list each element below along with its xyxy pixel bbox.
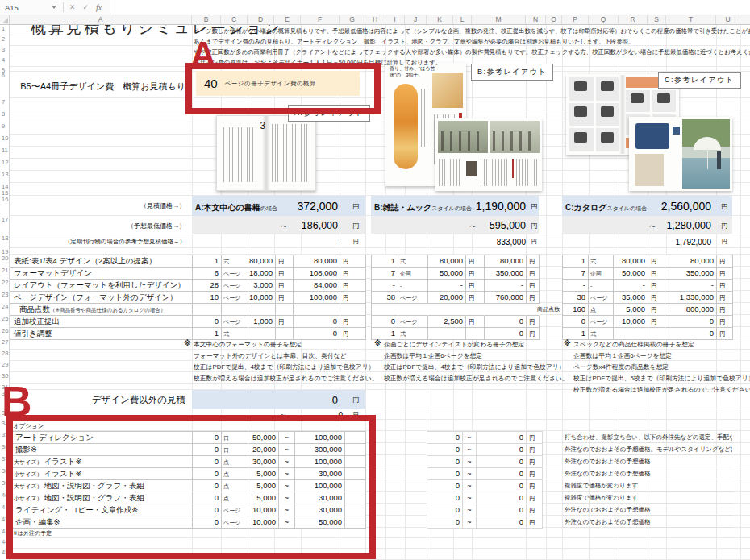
quantity-cell[interactable]: 1 <box>372 255 398 268</box>
quantity-cell[interactable]: 1 <box>372 328 398 340</box>
column-header[interactable]: G <box>340 15 365 24</box>
periodical-band-c[interactable]: 1,792,000 円 <box>562 234 732 248</box>
column-header[interactable]: N <box>526 15 546 24</box>
food-photo <box>394 84 418 169</box>
quantity-cell[interactable]: 38 <box>372 292 398 304</box>
total-band-c[interactable]: C:カタログスタイルの場合 2,560,000 円 <box>562 196 732 216</box>
quantity-cell[interactable]: 6 <box>193 268 222 280</box>
quantity-cell[interactable]: 1 <box>193 255 222 268</box>
column-header[interactable]: J <box>405 15 427 24</box>
row-number[interactable]: 12 <box>0 159 10 171</box>
column-header[interactable]: C <box>221 15 248 24</box>
quantity-cell[interactable]: 1 <box>193 328 222 340</box>
column-header[interactable]: A <box>10 15 192 24</box>
column-header[interactable]: Q <box>589 15 619 24</box>
column-header[interactable]: K <box>427 15 453 24</box>
unit-price-cell: 50,000 <box>614 268 648 280</box>
quantity-cell[interactable]: 1 <box>563 328 589 340</box>
quantity-cell[interactable] <box>193 304 222 316</box>
row-number[interactable]: 9 <box>0 122 10 135</box>
row-number[interactable]: 21 <box>0 267 10 279</box>
function-icon[interactable]: fx <box>96 3 102 12</box>
periodical-band-b[interactable]: 833,000 円 <box>371 234 539 248</box>
row-number[interactable]: 11 <box>0 147 10 159</box>
row-number[interactable]: 13 <box>0 171 10 183</box>
min-band-c[interactable]: ～ 1,280,000 円 <box>562 216 732 234</box>
row-number[interactable]: 10 <box>0 135 10 147</box>
row-number[interactable]: 26 <box>0 327 10 338</box>
quantity-cell[interactable]: 0 <box>563 316 589 328</box>
quantity-cell[interactable]: 10 <box>193 292 222 304</box>
item-label: レイアウト（フォーマットを利用したデザイン） <box>10 280 193 292</box>
periodical-band-a[interactable]: - 円 <box>192 234 365 248</box>
row-number[interactable]: 15 <box>0 189 10 196</box>
quantity-cell[interactable]: 0 <box>372 316 398 328</box>
quantity-cell[interactable] <box>372 304 398 316</box>
fashion-catalog-image <box>629 117 732 191</box>
cancel-icon[interactable]: ✕ <box>69 3 76 11</box>
row-number[interactable]: 23 <box>0 291 10 303</box>
select-all-corner[interactable] <box>0 15 10 24</box>
quantity-cell[interactable]: 7 <box>563 268 589 280</box>
column-header[interactable]: T <box>666 15 716 24</box>
formula-input[interactable] <box>110 0 750 15</box>
min-band-a[interactable]: ～ 186,000 円 <box>192 216 365 234</box>
column-header[interactable]: F <box>301 15 340 24</box>
row-number[interactable]: 4 <box>0 56 10 67</box>
quantity-cell[interactable]: 1 <box>563 255 589 268</box>
row-number[interactable]: 7 <box>0 98 10 110</box>
umbrella-pole <box>707 148 708 169</box>
row-number[interactable]: 3 <box>0 46 10 56</box>
total-band-a[interactable]: A:本文中心の書籍の場合 372,000 円 <box>192 196 365 216</box>
column-header[interactable]: D <box>248 15 274 24</box>
row-number[interactable]: 20 <box>0 255 10 267</box>
row-number[interactable]: 29 <box>0 361 10 372</box>
quantity-cell[interactable]: 28 <box>193 280 222 292</box>
column-header[interactable]: L <box>453 15 472 24</box>
yen-label: 円 <box>352 201 359 210</box>
total-b: 1,190,000 <box>476 200 526 213</box>
column-header[interactable]: M <box>472 15 526 24</box>
row-number[interactable]: 19 <box>0 248 10 255</box>
column-header[interactable]: O <box>546 15 562 24</box>
quantity-cell[interactable]: 38 <box>563 292 589 304</box>
quantity-cell[interactable]: - <box>563 280 589 292</box>
row-number[interactable]: 22 <box>0 279 10 291</box>
row-number[interactable]: 8 <box>0 110 10 122</box>
namebox-dropdown-icon[interactable] <box>52 6 56 9</box>
column-header[interactable]: S <box>648 15 666 24</box>
unit-price-cell: 20,000 <box>428 292 466 304</box>
quantity-cell[interactable]: 160 <box>563 304 589 316</box>
column-header[interactable]: R <box>619 15 648 24</box>
row-number[interactable]: 2 <box>0 35 10 46</box>
column-header[interactable]: E <box>274 15 301 24</box>
note-line: 校正数が増える場合は追加校正が足されるのでご注意ください。 <box>194 373 366 384</box>
total-a: 372,000 <box>297 200 338 213</box>
row-number[interactable]: 27 <box>0 338 10 350</box>
extra-total-band[interactable]: 0 円 <box>192 390 365 409</box>
quantity-cell[interactable]: 0 <box>193 316 222 328</box>
article-text <box>516 159 539 186</box>
total-band-b[interactable]: B:雑誌・ムックスタイルの場合 1,190,000 円 <box>371 196 539 216</box>
quantity-cell[interactable]: - <box>372 280 398 292</box>
row-number[interactable]: 28 <box>0 350 10 361</box>
column-header[interactable]: B <box>192 15 221 24</box>
column-header[interactable]: H <box>365 15 385 24</box>
row-number[interactable]: 1 <box>0 25 10 35</box>
unit-cell: ページ <box>222 292 248 304</box>
row-number[interactable]: 25 <box>0 315 10 327</box>
name-box[interactable]: A15 <box>0 0 52 15</box>
quantity-cell[interactable]: 7 <box>372 268 398 280</box>
row-number[interactable]: 24 <box>0 303 10 315</box>
option-note: 外注なのでおおよその予想価格 <box>562 516 732 528</box>
column-header[interactable]: P <box>562 15 589 24</box>
amount-cell: 80,000 <box>665 255 717 268</box>
row-number[interactable]: 14 <box>0 183 10 189</box>
price-row: 追加校正提出 0 ページ 1,000 円 0 円 <box>10 316 366 328</box>
confirm-icon[interactable]: ✓ <box>83 3 90 11</box>
yen-cell <box>466 328 485 340</box>
column-header[interactable]: I <box>385 15 405 24</box>
amount-cell: 84,000 <box>294 280 340 292</box>
min-band-b[interactable]: ～ 595,000 円 <box>371 216 539 234</box>
column-header[interactable]: U <box>716 15 740 24</box>
